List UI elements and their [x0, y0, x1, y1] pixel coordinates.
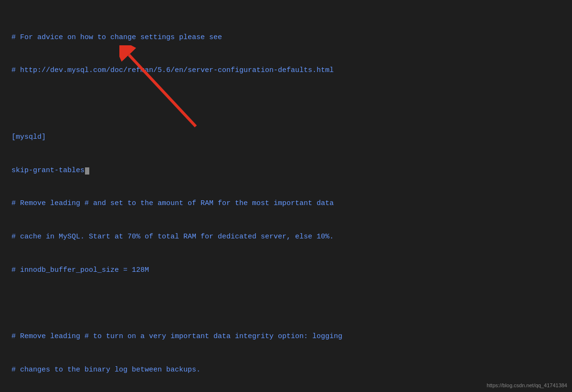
code-editor[interactable]: # For advice on how to change settings p…	[11, 10, 561, 392]
code-line-3	[11, 98, 561, 109]
code-line-6: # Remove leading # and set to the amount…	[11, 198, 561, 209]
code-line-2: # http://dev.mysql.com/doc/refman/5.6/en…	[11, 65, 561, 76]
code-line-8: # innodb_buffer_pool_size = 128M	[11, 265, 561, 276]
watermark: https://blog.csdn.net/qq_41741384	[487, 382, 567, 388]
code-line-1: # For advice on how to change settings p…	[11, 32, 561, 43]
code-line-5: skip-grant-tables	[11, 165, 561, 176]
code-line-9	[11, 298, 561, 309]
text-cursor	[85, 167, 89, 175]
code-line-4: [mysqld]	[11, 132, 561, 143]
code-line-10: # Remove leading # to turn on a very imp…	[11, 331, 561, 342]
code-line-7: # cache in MySQL. Start at 70% of total …	[11, 231, 561, 242]
editor-container: # For advice on how to change settings p…	[0, 0, 572, 392]
code-line-11: # changes to the binary log between back…	[11, 364, 561, 375]
